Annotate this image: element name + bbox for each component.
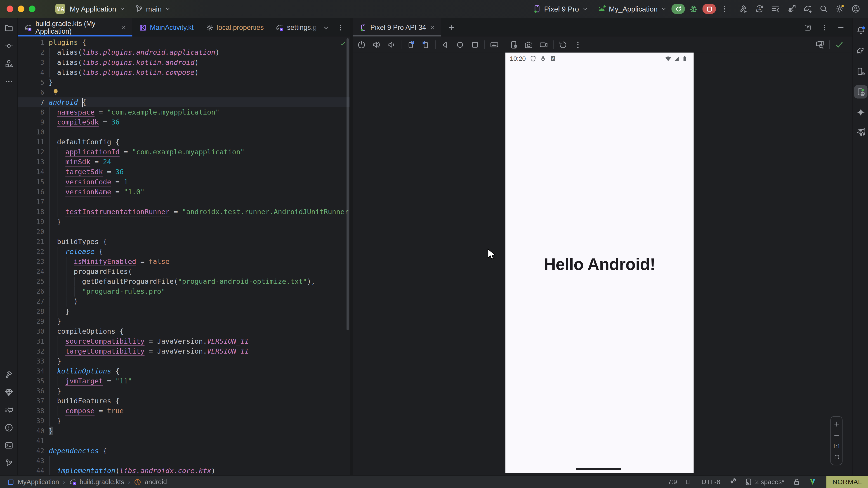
indent-widget[interactable]: 2 spaces* (745, 478, 784, 486)
code-line-33[interactable]: 33 } (18, 356, 350, 366)
code-line-15[interactable]: 15 versionCode = 1 (18, 177, 350, 187)
bell-tool-button[interactable] (854, 24, 867, 37)
code-line-37[interactable]: 37 buildFeatures { (18, 396, 350, 406)
rotate-left-icon[interactable] (406, 40, 415, 49)
code-line-42[interactable]: 42dependencies { (18, 446, 350, 456)
sync-a-icon[interactable]: A (755, 4, 764, 13)
code-editor[interactable]: 1plugins {2 alias(libs.plugins.android.a… (18, 37, 350, 475)
camera-icon[interactable] (524, 40, 533, 49)
device-tab[interactable]: Pixel 9 Pro API 34 (352, 18, 441, 37)
kebab-icon[interactable] (820, 24, 828, 31)
code-line-41[interactable]: 41 (18, 436, 350, 446)
intention-bulb-icon[interactable] (52, 89, 59, 96)
code-line-14[interactable]: 14 targetSdk = 36 (18, 167, 350, 177)
editor-tab-3[interactable]: local.properties (199, 18, 269, 37)
breadcrumb-item[interactable]: λandroid (134, 478, 167, 486)
minimize-window-button[interactable] (18, 5, 24, 12)
add-device-tab-button[interactable] (448, 24, 456, 31)
settings-icon[interactable] (835, 4, 844, 13)
editor-tab-2[interactable]: MainActivity.kt (132, 18, 199, 37)
airplane-tool-button[interactable] (854, 126, 867, 139)
gradle-sync-icon[interactable] (803, 4, 812, 13)
code-line-35[interactable]: 35 jvmTarget = "11" (18, 376, 350, 386)
more-h-icon[interactable] (4, 77, 13, 86)
profile-icon[interactable] (851, 4, 860, 13)
debug-button[interactable] (689, 4, 698, 13)
code-line-38[interactable]: 38 compose = true (18, 406, 350, 416)
editor-tab-4[interactable]: Ksettings.g (269, 18, 322, 37)
kebab-icon[interactable] (574, 40, 582, 49)
logcat-cat-icon[interactable] (4, 405, 13, 414)
ui-check-icon[interactable] (815, 40, 824, 49)
editor-tab-1[interactable]: Kbuild.gradle.kts (My Application) (18, 18, 132, 37)
nav-home-icon[interactable] (456, 40, 465, 49)
code-line-26[interactable]: 26 "proguard-rules.pro" (18, 287, 350, 297)
device-selector[interactable]: Pixel 9 Pro (532, 4, 588, 13)
code-line-11[interactable]: 11 defaultConfig { (18, 137, 350, 147)
editor-scrollbar[interactable] (346, 38, 349, 330)
code-line-25[interactable]: 25 getDefaultProguardFile("proguard-andr… (18, 276, 350, 287)
nav-back-icon[interactable] (440, 40, 450, 49)
project-widget[interactable]: My Application (70, 5, 126, 13)
vim-mode-badge[interactable]: NORMAL (827, 476, 868, 488)
code-line-40[interactable]: 40} (18, 426, 350, 436)
rotate-right-icon[interactable] (421, 40, 430, 49)
problems-icon[interactable] (4, 423, 13, 432)
emulator-screen[interactable]: 10:20 A Hello Android! (505, 53, 694, 473)
gesture-navigation-bar[interactable] (576, 468, 621, 470)
code-line-28[interactable]: 28 } (18, 306, 350, 317)
close-window-button[interactable] (6, 5, 13, 12)
power-icon[interactable] (357, 40, 366, 49)
code-line-9[interactable]: 9 compileSdk = 36 (18, 117, 350, 127)
sparkle-tool-button[interactable] (854, 106, 867, 119)
ai-assistant-disabled-icon[interactable] (728, 478, 736, 486)
gem-icon[interactable] (4, 388, 13, 397)
code-line-30[interactable]: 30 compileOptions { (18, 326, 350, 336)
inspections-ok-icon[interactable] (340, 40, 346, 46)
gradle-elephant-tool-button[interactable] (854, 44, 867, 58)
device-settings-icon[interactable] (509, 40, 518, 49)
code-line-12[interactable]: 12 applicationId = "com.example.myapplic… (18, 147, 350, 157)
run-configuration-selector[interactable]: My_Application (597, 4, 667, 13)
more-run-options-button[interactable] (720, 4, 729, 13)
volume-down-icon[interactable] (387, 40, 396, 49)
code-line-8[interactable]: 8 namespace = "com.example.myapplication… (18, 107, 350, 117)
breadcrumb-item[interactable]: Kbuild.gradle.kts (69, 478, 124, 486)
breadcrumb-item[interactable]: MyApplication (7, 478, 59, 486)
check-green-icon[interactable] (835, 40, 844, 49)
code-line-4[interactable]: 4 alias(libs.plugins.kotlin.compose) (18, 68, 350, 77)
git-branch-icon[interactable] (4, 459, 13, 467)
device-manager-tool-button[interactable] (854, 65, 867, 78)
zoom-to-fit-button[interactable] (833, 454, 840, 461)
hammer-icon[interactable] (4, 370, 13, 379)
zoom-actual-size-button[interactable]: 1:1 (833, 443, 840, 449)
chevron-down-icon[interactable] (322, 24, 330, 31)
code-line-7[interactable]: 7android { (18, 97, 350, 107)
code-line-21[interactable]: 21 buildTypes { (18, 237, 350, 247)
stop-button[interactable] (703, 4, 716, 14)
code-line-10[interactable]: 10 (18, 127, 350, 137)
build-hammer-icon[interactable] (739, 4, 748, 13)
rerun-button[interactable] (672, 4, 685, 14)
code-line-31[interactable]: 31 sourceCompatibility = JavaVersion.VER… (18, 336, 350, 346)
shapes-icon[interactable] (4, 59, 13, 68)
zoom-in-button[interactable] (833, 420, 840, 428)
code-line-24[interactable]: 24 proguardFiles( (18, 267, 350, 276)
attach-debug-icon[interactable] (787, 4, 796, 13)
code-line-13[interactable]: 13 minSdk = 24 (18, 157, 350, 167)
code-line-6[interactable]: 6 (18, 88, 350, 97)
code-line-39[interactable]: 39 } (18, 416, 350, 426)
file-writable-icon[interactable] (793, 478, 800, 486)
code-line-23[interactable]: 23 isMinifyEnabled = false (18, 257, 350, 267)
code-line-27[interactable]: 27 ) (18, 297, 350, 306)
code-line-20[interactable]: 20 (18, 227, 350, 237)
code-line-3[interactable]: 3 alias(libs.plugins.kotlin.android) (18, 58, 350, 68)
volume-up-icon[interactable] (372, 40, 381, 49)
apply-code-icon[interactable] (771, 4, 780, 13)
video-record-icon[interactable] (539, 40, 548, 49)
code-line-16[interactable]: 16 versionName = "1.0" (18, 187, 350, 197)
code-line-22[interactable]: 22 release { (18, 247, 350, 257)
code-line-43[interactable]: 43 (18, 456, 350, 466)
line-separator-widget[interactable]: LF (685, 478, 693, 486)
zoom-window-button[interactable] (29, 5, 35, 12)
